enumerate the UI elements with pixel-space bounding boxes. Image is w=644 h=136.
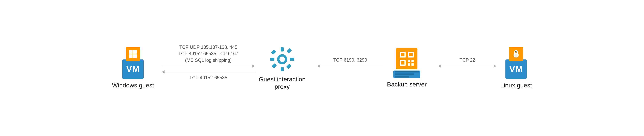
backup-proxy-label: TCP 6190, 6290 bbox=[333, 57, 367, 63]
svg-point-25 bbox=[514, 50, 518, 54]
windows-vm-box: VM bbox=[122, 59, 144, 79]
server-hardware-icon bbox=[393, 71, 420, 78]
svg-rect-9 bbox=[271, 49, 276, 55]
svg-rect-21 bbox=[412, 60, 414, 62]
win-proxy-arrow-left bbox=[162, 70, 255, 73]
linux-os-icon bbox=[509, 47, 523, 61]
svg-point-30 bbox=[514, 57, 516, 58]
svg-rect-5 bbox=[280, 47, 284, 52]
windows-vm-label: VM bbox=[126, 64, 140, 74]
backup-proxy-line bbox=[320, 66, 383, 66]
win-proxy-arrow-label: TCP UDP 135,137-138, 445 TCP 49152-65535… bbox=[178, 44, 238, 64]
win-proxy-line-left bbox=[164, 72, 255, 72]
svg-point-28 bbox=[515, 52, 517, 53]
linux-icon-stack: VM bbox=[506, 47, 527, 79]
win-proxy-label-line2: TCP 49152-65535 TCP 6167 bbox=[178, 51, 238, 56]
windows-guest-node: VM Windows guest bbox=[112, 47, 154, 89]
svg-point-29 bbox=[514, 54, 518, 58]
svg-rect-23 bbox=[412, 63, 414, 66]
svg-point-13 bbox=[280, 57, 285, 62]
backup-linux-line bbox=[441, 66, 494, 66]
svg-point-26 bbox=[515, 51, 516, 52]
svg-rect-19 bbox=[401, 61, 404, 65]
svg-rect-3 bbox=[133, 54, 137, 58]
guest-proxy-node: Guest interaction proxy bbox=[259, 46, 306, 90]
win-proxy-arrowhead-right bbox=[252, 65, 255, 68]
svg-rect-1 bbox=[133, 50, 137, 54]
backup-qr-icon bbox=[396, 48, 418, 69]
windows-icon-stack: VM bbox=[122, 47, 144, 79]
svg-point-31 bbox=[516, 57, 518, 58]
svg-rect-22 bbox=[408, 63, 410, 66]
backup-linux-arrow bbox=[438, 65, 496, 68]
svg-rect-12 bbox=[287, 48, 292, 53]
svg-rect-20 bbox=[408, 60, 410, 62]
backup-linux-arrowhead-left bbox=[438, 65, 441, 68]
backup-linux-connector: TCP 22 bbox=[438, 57, 496, 68]
backup-server-node: Backup server bbox=[387, 48, 427, 88]
svg-rect-8 bbox=[290, 58, 294, 61]
gear-icon bbox=[268, 46, 296, 73]
svg-rect-7 bbox=[270, 58, 274, 61]
svg-rect-2 bbox=[129, 54, 132, 58]
win-proxy-arrowhead-left bbox=[162, 70, 164, 73]
linux-guest-node: VM Linux guest bbox=[500, 47, 532, 89]
svg-point-27 bbox=[516, 51, 517, 52]
backup-proxy-connector: TCP 6190, 6290 bbox=[317, 57, 383, 68]
svg-rect-6 bbox=[280, 67, 284, 71]
win-proxy-bottom-label: TCP 49152-65535 bbox=[189, 75, 227, 80]
guest-proxy-label: Guest interaction proxy bbox=[259, 76, 306, 90]
windows-os-icon bbox=[126, 47, 140, 61]
windows-guest-label: Windows guest bbox=[112, 82, 154, 89]
linux-guest-label: Linux guest bbox=[500, 82, 532, 89]
linux-vm-box: VM bbox=[506, 59, 527, 79]
network-diagram: VM Windows guest TCP UDP 135,137-138, 44… bbox=[0, 0, 644, 136]
svg-rect-15 bbox=[401, 53, 404, 56]
linux-vm-label: VM bbox=[509, 64, 523, 74]
win-proxy-arrow-right bbox=[162, 65, 255, 68]
svg-rect-17 bbox=[409, 53, 412, 56]
svg-rect-0 bbox=[129, 50, 132, 54]
backup-linux-label: TCP 22 bbox=[460, 57, 475, 63]
backup-linux-arrowhead-right bbox=[494, 65, 496, 68]
svg-rect-11 bbox=[272, 63, 277, 68]
backup-server-icon bbox=[393, 48, 420, 78]
win-proxy-connector: TCP UDP 135,137-138, 445 TCP 49152-65535… bbox=[162, 44, 255, 81]
backup-proxy-arrowhead bbox=[317, 65, 320, 68]
win-proxy-label-line3: (MS SQL log shipping) bbox=[185, 58, 232, 63]
svg-rect-10 bbox=[286, 64, 291, 69]
win-proxy-label-line1: TCP UDP 135,137-138, 445 bbox=[179, 45, 237, 50]
backup-proxy-arrow bbox=[317, 65, 383, 68]
win-proxy-line-right bbox=[162, 66, 252, 66]
backup-server-label: Backup server bbox=[387, 81, 427, 88]
